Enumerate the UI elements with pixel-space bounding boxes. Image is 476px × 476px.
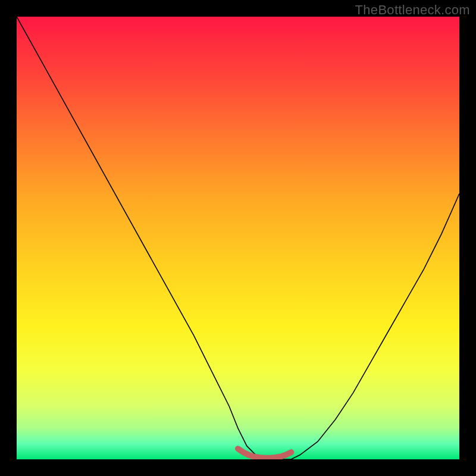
chart-plot-area [17,17,459,459]
chart-background-gradient [17,17,459,459]
watermark-text: TheBottleneck.com [355,2,470,18]
chart-frame: TheBottleneck.com [0,0,476,476]
chart-svg [17,17,459,459]
